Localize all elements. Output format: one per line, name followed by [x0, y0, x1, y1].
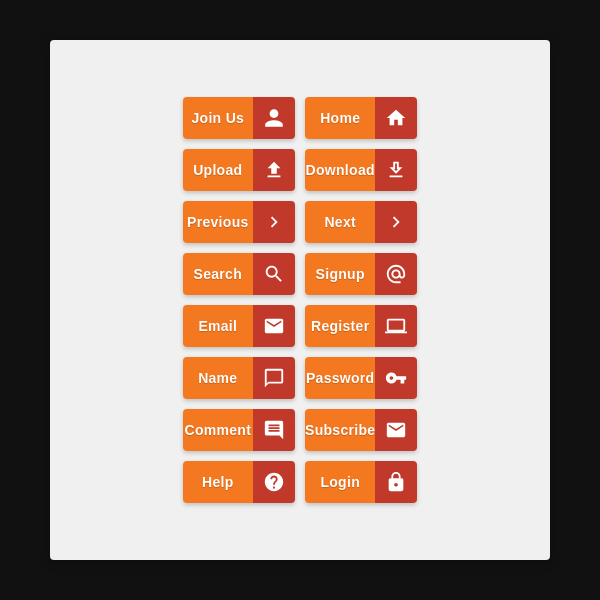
download-icon — [375, 149, 417, 191]
search-label: Search — [183, 253, 253, 295]
chevron-right-icon — [253, 201, 295, 243]
chat-icon — [253, 357, 295, 399]
login-label: Login — [305, 461, 375, 503]
help-label: Help — [183, 461, 253, 503]
upload-label: Upload — [183, 149, 253, 191]
email-icon — [253, 305, 295, 347]
key-icon — [375, 357, 417, 399]
signup-label: Signup — [305, 253, 375, 295]
next-label: Next — [305, 201, 375, 243]
email-label: Email — [183, 305, 253, 347]
join us-label: Join Us — [183, 97, 253, 139]
at-icon — [375, 253, 417, 295]
comment-button[interactable]: Comment — [183, 409, 295, 451]
home-button[interactable]: Home — [305, 97, 417, 139]
name-button[interactable]: Name — [183, 357, 295, 399]
download-button[interactable]: Download — [305, 149, 417, 191]
upload-icon — [253, 149, 295, 191]
name-label: Name — [183, 357, 253, 399]
button-grid: Join Us Home Upload Download Previous Ne… — [163, 77, 438, 523]
subscribe-icon — [375, 409, 417, 451]
search-icon — [253, 253, 295, 295]
subscribe-label: Subscribe — [305, 409, 375, 451]
subscribe-button[interactable]: Subscribe — [305, 409, 417, 451]
help-icon — [253, 461, 295, 503]
comment-label: Comment — [183, 409, 253, 451]
person-icon — [253, 97, 295, 139]
previous-label: Previous — [183, 201, 253, 243]
next-button[interactable]: Next — [305, 201, 417, 243]
login-button[interactable]: Login — [305, 461, 417, 503]
email-button[interactable]: Email — [183, 305, 295, 347]
chevron-right-icon — [375, 201, 417, 243]
previous-button[interactable]: Previous — [183, 201, 295, 243]
lock-icon — [375, 461, 417, 503]
comment-icon — [253, 409, 295, 451]
card: Join Us Home Upload Download Previous Ne… — [50, 40, 550, 560]
password-label: Password — [305, 357, 375, 399]
password-button[interactable]: Password — [305, 357, 417, 399]
download-label: Download — [305, 149, 375, 191]
upload-button[interactable]: Upload — [183, 149, 295, 191]
join-us-button[interactable]: Join Us — [183, 97, 295, 139]
laptop-icon — [375, 305, 417, 347]
signup-button[interactable]: Signup — [305, 253, 417, 295]
help-button[interactable]: Help — [183, 461, 295, 503]
home-label: Home — [305, 97, 375, 139]
register-label: Register — [305, 305, 375, 347]
register-button[interactable]: Register — [305, 305, 417, 347]
home-icon — [375, 97, 417, 139]
search-button[interactable]: Search — [183, 253, 295, 295]
